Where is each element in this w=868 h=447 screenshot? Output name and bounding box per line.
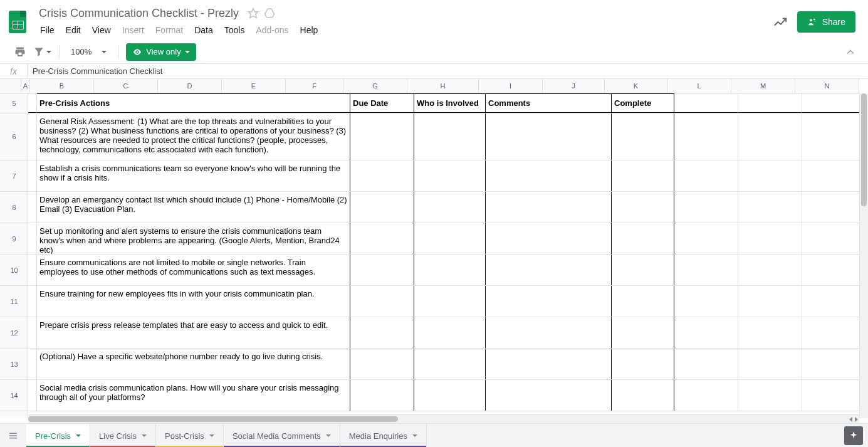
cell[interactable] <box>28 286 37 317</box>
cell[interactable] <box>802 349 866 379</box>
row-headers[interactable]: 567891011121314 <box>0 93 28 418</box>
column-header-B[interactable]: B <box>30 79 94 93</box>
cell[interactable] <box>674 113 738 160</box>
cell[interactable] <box>738 113 802 160</box>
cell[interactable] <box>612 255 674 285</box>
cell[interactable] <box>802 93 866 113</box>
chevron-down-icon[interactable] <box>142 434 147 437</box>
menu-view[interactable]: View <box>87 23 116 38</box>
cell[interactable] <box>738 349 802 379</box>
cell[interactable] <box>802 160 866 191</box>
cell[interactable] <box>802 192 866 223</box>
cell[interactable] <box>802 317 866 348</box>
cell[interactable] <box>486 160 612 191</box>
cell[interactable] <box>486 223 612 254</box>
cell[interactable] <box>738 192 802 223</box>
view-only-button[interactable]: View only <box>126 43 196 61</box>
cell[interactable] <box>414 349 486 379</box>
sheet-tab-media-enquiries[interactable]: Media Enquiries <box>340 424 427 447</box>
cell[interactable] <box>612 380 674 411</box>
column-header-H[interactable]: H <box>407 79 479 93</box>
cell[interactable] <box>738 317 802 348</box>
cell[interactable] <box>802 286 866 317</box>
cell[interactable] <box>738 223 802 254</box>
cell[interactable] <box>486 255 612 285</box>
select-all-corner[interactable] <box>0 79 21 93</box>
cell[interactable] <box>414 160 486 191</box>
row-header[interactable]: 9 <box>0 223 28 255</box>
cell[interactable] <box>350 349 414 379</box>
column-header-A[interactable]: A <box>21 79 30 93</box>
filter-views-button[interactable] <box>33 46 51 58</box>
sheet-tab-social-media-comments[interactable]: Social Media Comments <box>224 424 340 447</box>
cell[interactable] <box>612 317 674 348</box>
column-header-G[interactable]: G <box>343 79 407 93</box>
cell[interactable] <box>486 317 612 348</box>
scroll-left-icon[interactable] <box>849 417 852 422</box>
cell[interactable] <box>28 192 37 223</box>
move-to-drive-icon[interactable] <box>264 8 275 19</box>
vertical-scrollbar[interactable] <box>859 93 868 418</box>
cell[interactable]: Pre-Crisis Actions <box>37 93 350 113</box>
cell[interactable]: Develop an emergancy contact list which … <box>37 192 350 223</box>
cell[interactable] <box>738 286 802 317</box>
column-header-F[interactable]: F <box>286 79 343 93</box>
row-header[interactable]: 10 <box>0 255 28 286</box>
chevron-down-icon[interactable] <box>412 434 417 437</box>
row-header[interactable]: 7 <box>0 160 28 192</box>
cell[interactable]: Comments <box>486 93 612 113</box>
column-header-M[interactable]: M <box>731 79 795 93</box>
chevron-down-icon[interactable] <box>326 434 331 437</box>
cell[interactable]: Set up monitoring and alert systems to e… <box>37 223 350 254</box>
cell[interactable] <box>486 286 612 317</box>
column-headers[interactable]: ABCDEFGHIJKLMN <box>21 79 859 93</box>
cell[interactable] <box>28 317 37 348</box>
cell[interactable] <box>350 255 414 285</box>
cell[interactable] <box>738 93 802 113</box>
menu-help[interactable]: Help <box>295 23 323 38</box>
column-header-N[interactable]: N <box>795 79 859 93</box>
cell[interactable] <box>674 286 738 317</box>
cell[interactable]: (Optional) Have a specific website/phone… <box>37 349 350 379</box>
row-header[interactable]: 8 <box>0 192 28 223</box>
cell[interactable] <box>486 349 612 379</box>
cell[interactable] <box>414 255 486 285</box>
sheet-tab-pre-crisis[interactable]: Pre-Crisis <box>26 424 90 447</box>
cell[interactable] <box>674 317 738 348</box>
cell[interactable] <box>612 286 674 317</box>
menu-edit[interactable]: Edit <box>61 23 86 38</box>
cell[interactable] <box>28 255 37 285</box>
row-header[interactable]: 13 <box>0 349 28 380</box>
cell[interactable] <box>414 192 486 223</box>
cell[interactable] <box>28 113 37 160</box>
cell[interactable] <box>674 192 738 223</box>
zoom-selector[interactable]: 100% <box>67 45 110 59</box>
star-icon[interactable] <box>248 8 259 19</box>
cell[interactable]: Ensure communications are not limited to… <box>37 255 350 285</box>
cell[interactable] <box>486 380 612 411</box>
cell[interactable] <box>350 113 414 160</box>
cell[interactable] <box>738 255 802 285</box>
cell[interactable] <box>674 93 738 113</box>
cell[interactable]: Establish a crisis communications team s… <box>37 160 350 191</box>
cell[interactable] <box>28 160 37 191</box>
cell[interactable] <box>414 380 486 411</box>
cell[interactable] <box>612 349 674 379</box>
cell[interactable] <box>802 223 866 254</box>
cell[interactable] <box>802 380 866 411</box>
sheet-tab-post-crisis[interactable]: Post-Crisis <box>156 424 224 447</box>
vertical-scrollbar-thumb[interactable] <box>861 93 867 206</box>
cell[interactable] <box>350 286 414 317</box>
cell[interactable]: Ensure training for new employees fits i… <box>37 286 350 317</box>
menu-tools[interactable]: Tools <box>219 23 250 38</box>
column-header-L[interactable]: L <box>667 79 731 93</box>
cell[interactable] <box>612 192 674 223</box>
cell[interactable]: Prepare crisis press release templates t… <box>37 317 350 348</box>
column-header-J[interactable]: J <box>543 79 605 93</box>
print-icon[interactable] <box>14 46 26 58</box>
row-header[interactable]: 14 <box>0 380 28 411</box>
cell[interactable] <box>486 192 612 223</box>
cell[interactable] <box>350 317 414 348</box>
scroll-right-icon[interactable] <box>855 417 858 422</box>
document-title[interactable]: Crisis Communication Checklist - Prezly <box>35 6 243 21</box>
